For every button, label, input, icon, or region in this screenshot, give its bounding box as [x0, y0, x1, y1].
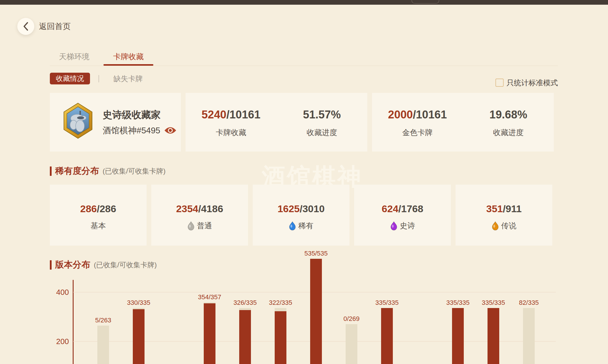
card-collection-stats-card: 5240/10161 卡牌收藏 51.57% 收藏进度 [186, 93, 367, 152]
collection-count-col: 5240/10161 卡牌收藏 [186, 93, 276, 152]
bar-total [523, 308, 535, 364]
collection-percent-label: 收藏进度 [276, 128, 367, 137]
bar-collected [204, 303, 215, 364]
bar-label: 326/335 [233, 299, 257, 307]
rarity-section-subtitle: (已收集/可收集卡牌) [103, 166, 166, 176]
total-count: /10161 [226, 108, 260, 121]
bar-collected [239, 310, 251, 364]
collection-percent-col: 51.57% 收藏进度 [276, 93, 367, 152]
bar-label: 322/335 [269, 299, 292, 307]
chevron-left-icon [22, 22, 30, 31]
tab-card-collection[interactable]: 卡牌收藏 [108, 52, 149, 61]
rarity-count: 1625/3010 [253, 203, 349, 215]
bar-label: 354/357 [198, 293, 221, 301]
common-gem-icon [187, 221, 195, 230]
rarity-count: 286/286 [50, 203, 147, 215]
bar-total [97, 326, 109, 364]
epic-gem-icon [390, 221, 398, 230]
rarity-count: 624/1768 [354, 203, 451, 215]
total-count: /10161 [413, 108, 447, 121]
legendary-gem-icon [492, 221, 499, 230]
total-count: /911 [503, 203, 522, 214]
golden-percent-label: 收藏进度 [463, 128, 554, 137]
collected-count: 1625 [278, 203, 300, 214]
back-home-label[interactable]: 返回首页 [39, 22, 71, 31]
standard-mode-checkbox-label[interactable]: 只统计标准模式 [507, 78, 558, 87]
tabs-divider-line [50, 66, 558, 66]
golden-cards-stats-card: 2000/10161 金色卡牌 19.68% 收藏进度 [372, 93, 554, 152]
rarity-card-common: 2354/4186 普通 [151, 185, 248, 246]
rare-gem-icon [289, 221, 296, 230]
rarity-label: 传说 [456, 221, 552, 231]
collected-count: 2354 [176, 203, 198, 214]
rarity-name: 传说 [501, 221, 517, 231]
bar-label: 330/335 [127, 299, 150, 307]
rarity-name: 基本 [91, 221, 106, 231]
collected-count: 351 [486, 203, 503, 214]
bar-collected [275, 311, 286, 364]
golden-count: 2000/10161 [372, 108, 463, 122]
topbar-notch [412, 0, 439, 4]
bar-label: 335/335 [482, 299, 505, 307]
collection-status-button[interactable]: 收藏情况 [50, 73, 90, 84]
collected-count: 5240 [202, 108, 227, 121]
rarity-card-epic: 624/1768 史诗 [354, 185, 451, 246]
collector-badge-icon [63, 103, 93, 139]
golden-count-label: 金色卡牌 [372, 128, 463, 137]
total-count: /3010 [300, 203, 325, 214]
rarity-name: 史诗 [400, 221, 415, 231]
rarity-label: 史诗 [354, 221, 451, 231]
collector-title: 史诗级收藏家 [103, 110, 161, 120]
version-chart: 2004005/263330/335354/357326/335322/3355… [0, 246, 608, 364]
bar-collected [133, 309, 145, 364]
golden-percent: 19.68% [463, 108, 554, 122]
bar-label: 5/263 [95, 316, 111, 324]
bar-collected [452, 308, 464, 364]
section-accent-bar [50, 166, 52, 176]
total-count: /1768 [398, 203, 423, 214]
collection-count-label: 卡牌收藏 [186, 128, 276, 137]
collected-count: 286 [80, 203, 97, 214]
bar-collected [310, 259, 322, 364]
bar-total [346, 324, 357, 364]
collection-count: 5240/10161 [186, 108, 276, 122]
rarity-card-rare: 1625/3010 稀有 [253, 185, 349, 246]
bar-label: 82/335 [519, 299, 539, 307]
rarity-section-header: 稀有度分布 (已收集/可收集卡牌) [50, 165, 166, 177]
collection-page: 返回首页 天梯环境 卡牌收藏 收藏情况 缺失卡牌 只统计标准模式 [0, 0, 608, 364]
rarity-count: 2354/4186 [151, 203, 248, 215]
y-axis-line [73, 280, 74, 364]
collected-count: 2000 [388, 108, 413, 121]
bar-label: 335/335 [375, 299, 399, 307]
rarity-section-title: 稀有度分布 [55, 165, 99, 177]
back-button[interactable] [17, 18, 34, 35]
bar-label: 535/535 [304, 249, 328, 258]
collection-percent: 51.57% [276, 108, 367, 122]
rarity-label: 普通 [151, 221, 248, 231]
rarity-label: 稀有 [253, 221, 349, 231]
missing-cards-button[interactable]: 缺失卡牌 [111, 74, 146, 83]
profile-card: 史诗级收藏家 酒馆棋神#5495 [50, 93, 181, 152]
y-tick-400: 400 [45, 288, 69, 297]
golden-count-col: 2000/10161 金色卡牌 [372, 93, 463, 152]
rarity-card-basic: 286/286 基本 [50, 185, 147, 246]
total-count: /286 [97, 203, 116, 214]
rarity-count: 351/911 [456, 203, 552, 215]
top-bar [0, 0, 608, 5]
battletag-row: 酒馆棋神#5495 [103, 126, 177, 135]
rarity-name: 普通 [197, 221, 212, 231]
rarity-label: 基本 [50, 221, 147, 231]
golden-percent-col: 19.68% 收藏进度 [463, 93, 554, 152]
total-count: /4186 [198, 203, 223, 214]
battletag: 酒馆棋神#5495 [103, 126, 160, 135]
subtab-divider [98, 75, 99, 82]
bar-label: 0/269 [343, 315, 359, 323]
bar-collected [381, 308, 393, 364]
rarity-card-legendary: 351/911 传说 [456, 185, 552, 246]
profile-texts: 史诗级收藏家 酒馆棋神#5495 [103, 93, 179, 152]
bar-collected [488, 308, 499, 364]
bar-label: 335/335 [446, 299, 470, 307]
standard-mode-checkbox[interactable] [495, 79, 504, 87]
tab-ladder-environment[interactable]: 天梯环境 [54, 52, 95, 61]
eye-icon[interactable] [164, 126, 177, 135]
